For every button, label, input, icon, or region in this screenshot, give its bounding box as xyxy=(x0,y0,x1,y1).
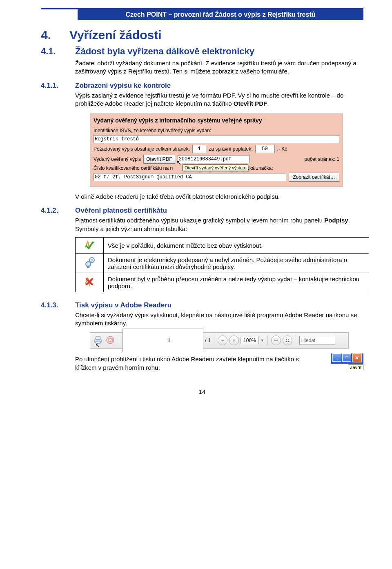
heading-4-1-2: 4.1.2.Ověření platnosti certifikátu xyxy=(41,207,363,215)
show-certificate-button[interactable]: Zobrazit cetrifikát… xyxy=(289,173,339,182)
chevron-down-icon[interactable]: ▼ xyxy=(261,338,264,342)
table-row: Vše je v pořádku, dokument můžete bez ob… xyxy=(76,237,369,253)
heading-4: 4.Vyřízení žádosti xyxy=(41,28,363,42)
signature-valid-icon xyxy=(76,237,104,253)
open-pdf-button[interactable]: Otevřít PDF xyxy=(143,155,175,164)
table-row: Dokument byl v průběhu přenosu změněn a … xyxy=(76,273,369,292)
heading-4-1-1: 4.1.1.Zobrazení výpisu ke kontrole xyxy=(41,82,363,90)
paragraph: V okně Adobe Readeru je také třeba ověři… xyxy=(75,193,363,201)
svg-text:?: ? xyxy=(91,258,93,262)
zoom-out-icon[interactable]: − xyxy=(218,336,227,345)
form-screenshot: Vydaný ověřený výpis z informačního syst… xyxy=(90,113,343,187)
tooltip-close: Zavřít xyxy=(348,365,363,370)
table-cell: Vše je v pořádku, dokument můžete bez ob… xyxy=(104,237,369,253)
field-filename[interactable] xyxy=(178,155,249,163)
field-certificate[interactable] xyxy=(94,173,286,181)
label-fee-suffix: ,- Kč xyxy=(277,146,287,152)
svg-rect-1 xyxy=(87,266,89,268)
label-issued: Vydaný ověřený výpis xyxy=(94,156,141,162)
certificate-symbol-table: Vše je v pořádku, dokument můžete bez ob… xyxy=(75,237,369,292)
search-input[interactable] xyxy=(299,336,335,345)
zoom-in-icon[interactable]: + xyxy=(229,336,239,345)
field-identification[interactable] xyxy=(94,135,339,143)
label-identification: Identifikace ISVS, ze kterého byl ověřen… xyxy=(94,128,339,133)
signature-unknown-icon: ? xyxy=(76,253,104,273)
page-total: 1 xyxy=(208,338,211,343)
form-title: Vydaný ověřený výpis z informačního syst… xyxy=(94,116,339,126)
fit-page-icon[interactable] xyxy=(283,336,292,345)
heading-4-1-3: 4.1.3.Tisk výpisu v Adobe Readeru xyxy=(41,301,363,309)
zoom-value[interactable]: 100% xyxy=(241,337,259,344)
adobe-toolbar: ↖ / 1 − + 100% ▼ xyxy=(90,332,349,349)
label-certificate: Číslo kvalifikovaného certifikátu na n xyxy=(94,165,173,171)
page-separator: / xyxy=(205,338,206,343)
paragraph: Žadatel obdrží vyžádaný dokument na počk… xyxy=(75,59,363,76)
send-mail-icon[interactable] xyxy=(105,335,116,347)
fit-width-icon[interactable] xyxy=(271,336,281,345)
field-page-count[interactable] xyxy=(192,145,206,153)
svg-rect-7 xyxy=(96,336,100,340)
heading-4-1: 4.1.Žádost byla vyřízena dálkově elektro… xyxy=(41,46,363,57)
label-page-count: počet stránek: 1 xyxy=(305,156,339,162)
label-fee: za správní poplatek: xyxy=(209,146,252,152)
paragraph: Po ukončení prohlížení i tisku okno Adob… xyxy=(75,355,304,372)
table-cell: Dokument byl v průběhu přenosu změněn a … xyxy=(104,273,369,292)
page-number: 14 xyxy=(41,388,363,395)
minimize-button[interactable]: _ xyxy=(332,353,341,362)
close-button[interactable]: ✕ xyxy=(352,353,362,362)
signature-invalid-icon xyxy=(76,273,104,292)
page-current-field[interactable] xyxy=(122,329,203,352)
page-header: Czech POINT – provozní řád Žádost o výpi… xyxy=(78,9,363,20)
cursor-icon: ↖ xyxy=(95,342,100,349)
maximize-button[interactable]: □ xyxy=(342,353,351,362)
table-cell: Dokument je elektronicky podepsaný a neb… xyxy=(104,253,369,273)
cursor-icon: ↖ xyxy=(176,159,181,167)
table-row: ? Dokument je elektronicky podepsaný a n… xyxy=(76,253,369,273)
paragraph: Výpis zaslaný z evidence rejstříku trest… xyxy=(75,91,363,108)
paragraph: Chcete-li si vyžádaný výpis vytisknout, … xyxy=(75,311,363,328)
window-controls: _ □ ✕ Zavřít xyxy=(331,353,363,370)
label-pages: Požadovaný výpis obsahuje celkem stránek… xyxy=(94,146,190,152)
paragraph: Platnost certifikátu obdrženého výpisu u… xyxy=(75,216,363,233)
field-fee[interactable] xyxy=(255,145,275,153)
tooltip-open-output: Otevřít vydaný ověřený výstup. xyxy=(183,164,248,171)
